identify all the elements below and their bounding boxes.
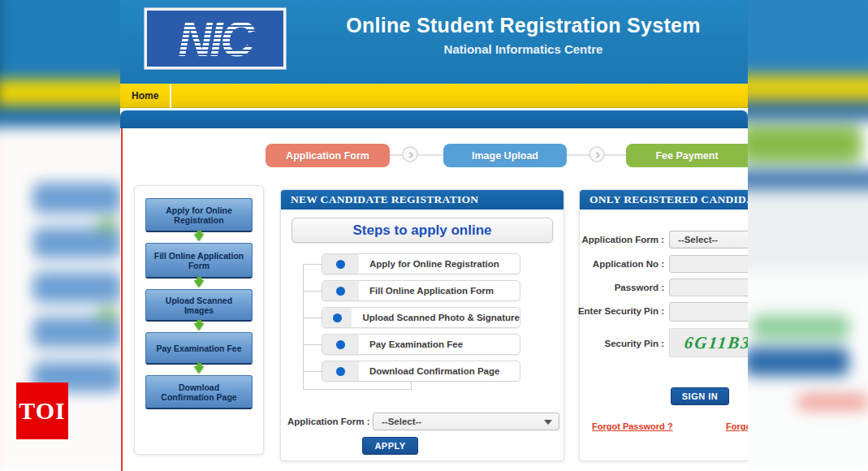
- forgot-password-link[interactable]: Forgot Password ?: [592, 421, 673, 431]
- bullet-icon: [322, 361, 359, 381]
- step-fee-payment[interactable]: Fee Payment: [626, 144, 748, 167]
- enter-security-pin-label: Enter Security Pin :: [578, 306, 664, 316]
- down-arrow-icon: [194, 323, 204, 331]
- page-subtitle: National Informatics Centre: [315, 42, 732, 56]
- steps-to-apply-title: Steps to apply online: [291, 218, 553, 243]
- sidebar-item-download-confirmation-page[interactable]: Download Confirmation Page: [145, 375, 253, 409]
- website-screenshot: NIC Online Student Registration System N…: [120, 0, 748, 471]
- page: TOI NIC Online Student Registration Syst…: [0, 0, 868, 471]
- application-no-label: Application No :: [593, 259, 664, 269]
- toi-watermark-logo: TOI: [16, 382, 68, 439]
- application-no-input[interactable]: [669, 255, 748, 273]
- nic-logo-stripes: [152, 19, 279, 58]
- step-list-item: Pay Examination Fee: [322, 334, 520, 355]
- sidebar-card: Apply for Online Registration Fill Onlin…: [134, 185, 264, 455]
- step-application-form[interactable]: Application Form: [266, 144, 390, 167]
- bullet-icon: [322, 281, 359, 300]
- tree-line: [303, 264, 322, 265]
- chevron-right-icon: [589, 146, 605, 162]
- step-list-label: Pay Examination Fee: [359, 335, 520, 354]
- step-list-label: Upload Scanned Photo & Signature: [352, 308, 520, 327]
- forgot-link-cut[interactable]: Forgot: [726, 421, 748, 431]
- tree-line: [303, 371, 322, 372]
- step-list-label: Download Confirmation Page: [359, 361, 520, 381]
- nic-logo: NIC: [145, 8, 286, 69]
- password-input[interactable]: [669, 279, 748, 296]
- page-title: Online Student Registration System: [315, 14, 732, 37]
- application-form-select-value: --Select--: [678, 235, 718, 244]
- bullet-icon: [322, 308, 352, 327]
- tree-line: [303, 318, 322, 318]
- step-image-upload[interactable]: Image Upload: [443, 144, 567, 167]
- sign-in-button[interactable]: SIGN IN: [671, 387, 729, 405]
- sidebar-item-upload-scanned-images[interactable]: Upload Scanned Images: [145, 289, 253, 322]
- step-list-item: Apply for Online Registration: [322, 253, 520, 274]
- application-form-select[interactable]: --Select--: [669, 231, 748, 248]
- caret-down-icon: [544, 420, 552, 425]
- sidebar-item-fill-online-application-form[interactable]: Fill Online Application Form: [145, 243, 253, 279]
- sidebar-item-pay-examination-fee[interactable]: Pay Examination Fee: [145, 332, 253, 365]
- application-form-select-value: --Select--: [382, 417, 421, 426]
- nav-item-home[interactable]: Home: [120, 84, 171, 108]
- tree-line: [303, 291, 322, 292]
- step-list-label: Apply for Online Registration: [359, 254, 520, 274]
- registered-panel-header: ONLY REGISTERED CANDIDATES: [580, 190, 748, 210]
- down-arrow-icon: [194, 234, 204, 241]
- registered-candidates-panel: ONLY REGISTERED CANDIDATES Application F…: [579, 189, 748, 461]
- chevron-right-icon: [402, 146, 418, 162]
- sidebar-item-apply-online-registration[interactable]: Apply for Online Registration: [145, 198, 253, 232]
- application-form-select[interactable]: --Select--: [373, 413, 559, 430]
- apply-button[interactable]: APPLY: [362, 437, 418, 455]
- step-list-item: Upload Scanned Photo & Signature: [322, 307, 520, 328]
- application-form-label: Application Form :: [287, 417, 370, 426]
- new-candidate-panel-header: NEW CANDIDATE REGISTRATION: [281, 190, 564, 210]
- captcha-text: 6G11B3: [684, 333, 748, 353]
- security-pin-label: Security Pin :: [605, 339, 665, 348]
- new-candidate-registration-panel: NEW CANDIDATE REGISTRATION Steps to appl…: [280, 189, 564, 461]
- down-arrow-icon: [194, 366, 204, 374]
- bullet-icon: [322, 254, 359, 274]
- bullet-icon: [322, 335, 359, 354]
- tree-line: [303, 389, 411, 390]
- site-header: NIC Online Student Registration System N…: [120, 0, 748, 84]
- captcha-image: 6G11B3: [669, 328, 748, 357]
- security-pin-input[interactable]: [669, 302, 748, 322]
- tree-line: [303, 344, 322, 345]
- main-nav: Home: [120, 84, 748, 108]
- step-list-item: Fill Online Application Form: [322, 280, 520, 301]
- content-top-bar: [120, 110, 748, 128]
- step-list-item: Download Confirmation Page: [322, 361, 520, 382]
- step-list-label: Fill Online Application Form: [359, 281, 520, 300]
- password-label: Password :: [615, 283, 664, 292]
- application-form-label: Application Form :: [581, 235, 664, 244]
- blurred-background-right: [748, 0, 868, 471]
- content-left-red-line: [121, 128, 123, 471]
- down-arrow-icon: [194, 280, 204, 287]
